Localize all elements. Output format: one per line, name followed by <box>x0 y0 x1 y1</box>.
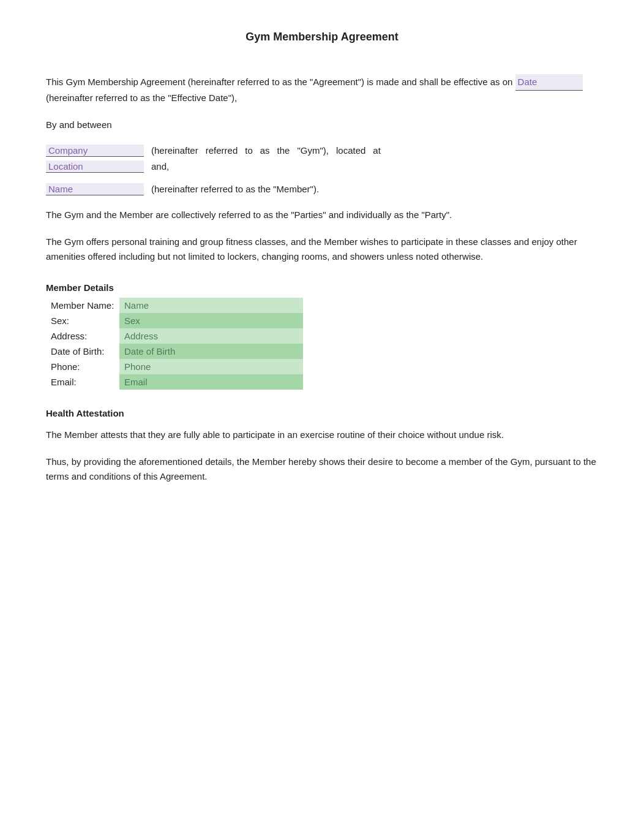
health-paragraph-1: The Member attests that they are fully a… <box>46 428 598 442</box>
health-attestation-title: Health Attestation <box>46 408 598 418</box>
location-field[interactable]: Location <box>46 160 144 173</box>
gym-paragraph: The Gym offers personal training and gro… <box>46 235 598 264</box>
member-detail-label: Address: <box>46 328 119 344</box>
referred-text: referred <box>206 145 238 156</box>
and-text: and, <box>151 161 169 172</box>
member-details-title: Member Details <box>46 282 598 293</box>
member-detail-value[interactable]: Sex <box>119 313 303 328</box>
intro-text: This Gym Membership Agreement (hereinaft… <box>46 77 512 87</box>
member-detail-label: Phone: <box>46 359 119 374</box>
member-detail-row: Address:Address <box>46 328 303 344</box>
member-detail-label: Date of Birth: <box>46 344 119 359</box>
member-detail-row: Date of Birth:Date of Birth <box>46 344 303 359</box>
member-detail-row: Phone:Phone <box>46 359 303 374</box>
by-and-between-label: By and between <box>46 118 598 132</box>
intro-end: (hereinafter referred to as the "Effecti… <box>46 92 237 103</box>
member-detail-value[interactable]: Name <box>119 298 303 313</box>
member-detail-label: Member Name: <box>46 298 119 313</box>
as-text: as <box>260 145 270 156</box>
location-row: Location and, <box>46 160 598 173</box>
date-field[interactable]: Date <box>515 74 583 91</box>
the-text: the <box>277 145 290 156</box>
name-row: Name (hereinafter referred to as the "Me… <box>46 183 598 195</box>
company-field[interactable]: Company <box>46 145 144 157</box>
at-text: at <box>373 145 381 156</box>
member-detail-row: Member Name:Name <box>46 298 303 313</box>
intro-paragraph: This Gym Membership Agreement (hereinaft… <box>46 74 598 105</box>
member-detail-value[interactable]: Date of Birth <box>119 344 303 359</box>
company-row: Company (hereinafter referred to as the … <box>46 145 598 157</box>
hereinafter-text: (hereinafter <box>151 145 198 156</box>
member-details-table: Member Name:NameSex:SexAddress:AddressDa… <box>46 298 303 390</box>
member-detail-value[interactable]: Email <box>119 374 303 390</box>
health-attestation-section: Health Attestation The Member attests th… <box>46 408 598 484</box>
gym-label: "Gym"), <box>297 145 328 156</box>
member-details-section: Member Details Member Name:NameSex:SexAd… <box>46 282 598 390</box>
thus-paragraph: Thus, by providing the aforementioned de… <box>46 455 598 484</box>
hereinafter-member-text: (hereinafter referred to as the "Member"… <box>151 184 319 194</box>
member-name-field[interactable]: Name <box>46 183 144 195</box>
to-text: to <box>245 145 253 156</box>
party-paragraph: The Gym and the Member are collectively … <box>46 208 598 222</box>
member-detail-row: Email:Email <box>46 374 303 390</box>
member-detail-value[interactable]: Phone <box>119 359 303 374</box>
page-title: Gym Membership Agreement <box>46 31 598 43</box>
member-detail-row: Sex:Sex <box>46 313 303 328</box>
located-text: located <box>336 145 365 156</box>
member-detail-label: Sex: <box>46 313 119 328</box>
member-detail-value[interactable]: Address <box>119 328 303 344</box>
member-detail-label: Email: <box>46 374 119 390</box>
